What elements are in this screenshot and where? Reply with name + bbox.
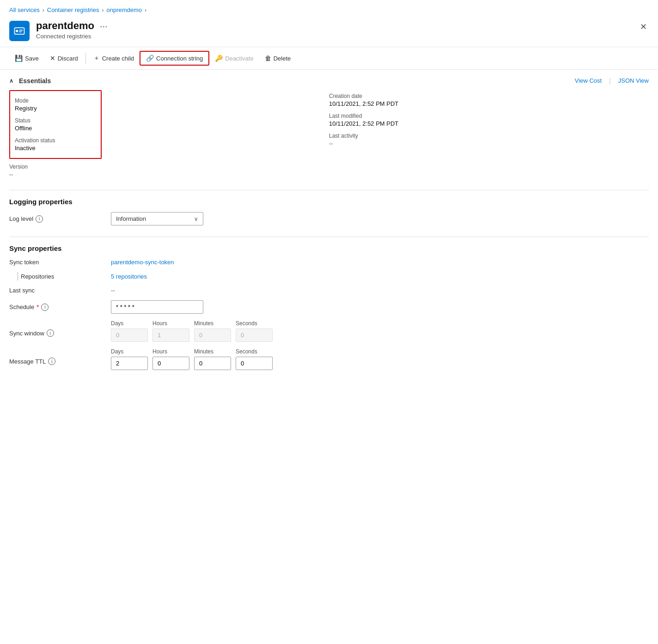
sync-window-info-icon[interactable]: i xyxy=(47,329,54,337)
breadcrumb-sep3: › xyxy=(145,7,146,13)
version-field: Version -- xyxy=(9,161,329,181)
sync-window-label: Sync window i xyxy=(9,320,111,337)
sync-window-row: Sync window i Days Hours Minutes Seconds xyxy=(9,320,649,342)
sync-window-days-input xyxy=(111,328,148,342)
message-ttl-hours-label: Hours xyxy=(152,348,189,355)
breadcrumb: All services › Container registries › on… xyxy=(0,0,658,17)
creation-date-label: Creation date xyxy=(329,93,649,99)
page-title: parentdemo xyxy=(36,20,94,32)
view-cost-link[interactable]: View Cost xyxy=(575,77,602,85)
toolbar: 💾 Save ✕ Discard ＋ Create child 🔗 Connec… xyxy=(0,47,658,70)
last-sync-label: Last sync xyxy=(9,287,111,294)
delete-icon: 🗑 xyxy=(265,55,271,62)
json-view-link[interactable]: JSON View xyxy=(618,77,649,85)
message-ttl-row: Message TTL i Days Hours Minutes Seconds xyxy=(9,348,649,370)
svg-rect-2 xyxy=(19,30,23,30)
message-ttl-hours-input[interactable] xyxy=(152,357,189,370)
create-child-button[interactable]: ＋ Create child xyxy=(88,51,140,65)
sync-window-seconds-label: Seconds xyxy=(236,320,273,327)
deactivate-icon: 🔑 xyxy=(215,55,223,62)
message-ttl-seconds-input[interactable] xyxy=(236,357,273,370)
breadcrumb-sep2: › xyxy=(102,7,104,13)
sync-window-inputs: Days Hours Minutes Seconds xyxy=(111,320,273,342)
message-ttl-minutes-label: Minutes xyxy=(194,348,231,355)
message-ttl-minutes-col: Minutes xyxy=(194,348,231,370)
header-dots[interactable]: ··· xyxy=(100,21,108,31)
last-sync-row: Last sync -- xyxy=(9,287,649,294)
status-label: Status xyxy=(15,117,96,124)
logging-title: Logging properties xyxy=(9,198,649,206)
save-icon: 💾 xyxy=(15,55,23,62)
breadcrumb-all-services[interactable]: All services xyxy=(9,6,40,13)
sync-token-link[interactable]: parentdemo-sync-token xyxy=(111,259,174,266)
essentials-section: ∧ Essentials View Cost | JSON View Mode … xyxy=(9,77,649,181)
message-ttl-seconds-col: Seconds xyxy=(236,348,273,370)
schedule-info-icon[interactable]: i xyxy=(41,304,49,311)
message-ttl-hours-col: Hours xyxy=(152,348,189,370)
message-ttl-minutes-input[interactable] xyxy=(194,357,231,370)
sync-section: Sync properties Sync token parentdemo-sy… xyxy=(9,244,649,370)
deactivate-button[interactable]: 🔑 Deactivate xyxy=(209,52,259,65)
discard-icon: ✕ xyxy=(50,55,55,62)
sync-token-row: Sync token parentdemo-sync-token xyxy=(9,259,649,266)
creation-date-value: 10/11/2021, 2:52 PM PDT xyxy=(329,100,649,107)
sync-window-hours-col: Hours xyxy=(152,320,189,342)
section-divider-1 xyxy=(9,190,649,190)
actions-sep: | xyxy=(609,77,611,85)
status-field: Status Offline xyxy=(15,115,96,134)
delete-button[interactable]: 🗑 Delete xyxy=(259,52,297,65)
svg-point-1 xyxy=(16,30,18,32)
schedule-row: Schedule * i xyxy=(9,300,649,314)
breadcrumb-onpremdemo[interactable]: onpremdemo xyxy=(106,6,142,13)
discard-button[interactable]: ✕ Discard xyxy=(44,52,84,65)
sync-window-minutes-label: Minutes xyxy=(194,320,231,327)
schedule-input[interactable] xyxy=(111,300,203,314)
sync-window-hours-input xyxy=(152,328,189,342)
close-button[interactable]: ✕ xyxy=(638,20,649,34)
mode-value: Registry xyxy=(15,105,96,112)
connection-string-button[interactable]: 🔗 Connection string xyxy=(140,51,209,66)
sync-window-seconds-input xyxy=(236,328,273,342)
mode-field: Mode Registry xyxy=(15,95,96,115)
last-activity-label: Last activity xyxy=(329,133,649,139)
log-level-label: Log level i xyxy=(9,215,111,223)
page-subtitle: Connected registries xyxy=(36,33,108,40)
sync-window-minutes-col: Minutes xyxy=(194,320,231,342)
status-value: Offline xyxy=(15,125,96,132)
sync-window-days-label: Days xyxy=(111,320,148,327)
log-level-info-icon[interactable]: i xyxy=(36,215,43,223)
app-icon xyxy=(9,21,30,41)
repositories-label-area: Repositories xyxy=(9,272,111,280)
chevron-down-icon: ∨ xyxy=(194,216,198,222)
message-ttl-info-icon[interactable]: i xyxy=(48,358,55,365)
breadcrumb-container-registries[interactable]: Container registries xyxy=(47,6,99,13)
message-ttl-days-label: Days xyxy=(111,348,148,355)
essentials-left: Mode Registry Status Offline Activation … xyxy=(9,90,329,181)
version-label: Version xyxy=(9,164,329,170)
sync-title: Sync properties xyxy=(9,244,649,252)
log-level-select[interactable]: Information ∨ xyxy=(111,212,203,225)
version-value: -- xyxy=(9,171,329,178)
last-sync-value: -- xyxy=(111,287,115,294)
repositories-link[interactable]: 5 repositories xyxy=(111,273,147,280)
essentials-title[interactable]: ∧ Essentials xyxy=(9,77,51,85)
save-button[interactable]: 💾 Save xyxy=(9,52,44,65)
activation-status-label: Activation status xyxy=(15,137,96,144)
message-ttl-seconds-label: Seconds xyxy=(236,348,273,355)
last-activity-value: -- xyxy=(329,140,649,147)
sync-window-hours-label: Hours xyxy=(152,320,189,327)
schedule-required: * xyxy=(37,304,39,310)
plus-icon: ＋ xyxy=(93,54,100,62)
sync-window-minutes-input xyxy=(194,328,231,342)
activation-status-value: Inactive xyxy=(15,145,96,152)
message-ttl-days-input[interactable] xyxy=(111,357,148,370)
collapse-chevron: ∧ xyxy=(9,78,13,84)
main-content: ∧ Essentials View Cost | JSON View Mode … xyxy=(0,70,658,384)
message-ttl-days-col: Days xyxy=(111,348,148,370)
last-activity-field: Last activity -- xyxy=(329,130,649,150)
message-ttl-label: Message TTL i xyxy=(9,348,111,365)
page-header: parentdemo ··· Connected registries ✕ xyxy=(0,17,658,47)
breadcrumb-sep1: › xyxy=(43,7,44,13)
log-level-row: Log level i Information ∨ xyxy=(9,212,649,225)
last-modified-label: Last modified xyxy=(329,113,649,119)
